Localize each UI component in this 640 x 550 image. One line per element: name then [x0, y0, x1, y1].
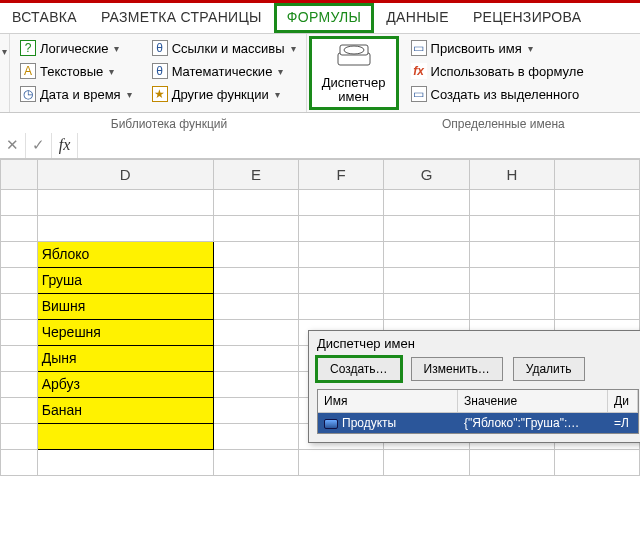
btn-math[interactable]: θМатематические▾	[148, 61, 300, 81]
lookup-icon: θ	[152, 40, 168, 56]
dialog-list-row[interactable]: Продукты {"Яблоко":"Груша":… =Л	[318, 413, 638, 433]
btn-define-name[interactable]: ▭Присвоить имя▾	[407, 38, 588, 58]
btn-logical[interactable]: ?Логические▾	[16, 38, 136, 58]
name-item-icon	[324, 419, 338, 429]
row-d: =Л	[608, 413, 638, 433]
btn-datetime-label: Дата и время	[40, 87, 121, 102]
row-value: {"Яблоко":"Груша":…	[458, 413, 608, 433]
tab-data[interactable]: ДАННЫЕ	[374, 3, 461, 33]
chevron-down-icon[interactable]: ▾	[2, 46, 7, 57]
cell-D-fruit[interactable]: Вишня	[37, 293, 213, 319]
chevron-down-icon: ▾	[127, 89, 132, 100]
row-name: Продукты	[342, 416, 396, 430]
more-icon: ★	[152, 86, 168, 102]
col-header-F[interactable]: F	[299, 159, 384, 189]
btn-more-label: Другие функции	[172, 87, 269, 102]
clock-icon: ◷	[20, 86, 36, 102]
cell-D-fruit[interactable]: Арбуз	[37, 371, 213, 397]
col-name[interactable]: Имя	[318, 390, 458, 412]
dialog-edit-button[interactable]: Изменить…	[411, 357, 503, 381]
chevron-down-icon: ▾	[278, 66, 283, 77]
btn-text[interactable]: AТекстовые▾	[16, 61, 136, 81]
dialog-title: Диспетчер имен	[309, 331, 640, 357]
chevron-down-icon: ▾	[528, 43, 533, 54]
text-icon: A	[20, 63, 36, 79]
cell-D-fruit[interactable]: Яблоко	[37, 241, 213, 267]
col-value[interactable]: Значение	[458, 390, 608, 412]
btn-more-functions[interactable]: ★Другие функции▾	[148, 84, 300, 104]
tab-review[interactable]: РЕЦЕНЗИРОВА	[461, 3, 593, 33]
cell-D-fruit[interactable]: Черешня	[37, 319, 213, 345]
btn-name-manager-label: Диспетчер имен	[314, 76, 394, 105]
chevron-down-icon: ▾	[275, 89, 280, 100]
col-header-blank[interactable]	[1, 159, 38, 189]
formula-confirm-button[interactable]: ✓	[26, 133, 52, 158]
formula-input[interactable]	[78, 133, 640, 158]
col-header-E[interactable]: E	[213, 159, 298, 189]
dialog-create-button[interactable]: Создать…	[317, 357, 401, 381]
chevron-down-icon: ▾	[114, 43, 119, 54]
column-headers: D E F G H	[1, 159, 640, 189]
formula-bar: ✕ ✓ fx	[0, 133, 640, 159]
name-manager-dialog: Диспетчер имен Создать… Изменить… Удалит…	[308, 330, 640, 443]
btn-text-label: Текстовые	[40, 64, 103, 79]
name-manager-icon	[337, 43, 371, 74]
col-header-D[interactable]: D	[37, 159, 213, 189]
tab-insert[interactable]: ВСТАВКА	[0, 3, 89, 33]
group-label-library: Библиотека функций	[0, 113, 338, 133]
insert-function-button[interactable]: fx	[52, 133, 78, 158]
btn-logical-label: Логические	[40, 41, 108, 56]
dialog-buttons: Создать… Изменить… Удалить	[309, 357, 640, 389]
tab-page-layout[interactable]: РАЗМЕТКА СТРАНИЦЫ	[89, 3, 274, 33]
tag-icon: ▭	[411, 40, 427, 56]
group-defined-names: ▭Присвоить имя▾ fxИспользовать в формуле…	[401, 34, 594, 112]
cell-D-empty[interactable]	[37, 423, 213, 449]
col-header-H[interactable]: H	[469, 159, 554, 189]
ribbon-tabs: ВСТАВКА РАЗМЕТКА СТРАНИЦЫ ФОРМУЛЫ ДАННЫЕ…	[0, 0, 640, 34]
col-header-extra[interactable]	[555, 159, 640, 189]
group-function-library: ?Логические▾ AТекстовые▾ ◷Дата и время▾ …	[10, 34, 307, 112]
btn-create-from-selection[interactable]: ▭Создать из выделенного	[407, 84, 588, 104]
btn-use-in-formula[interactable]: fxИспользовать в формуле	[407, 61, 588, 81]
dialog-names-list: Имя Значение Ди Продукты {"Яблоко":"Груш…	[317, 389, 639, 434]
cell-D-fruit[interactable]: Груша	[37, 267, 213, 293]
col-header-G[interactable]: G	[384, 159, 469, 189]
formula-cancel-button[interactable]: ✕	[0, 133, 26, 158]
btn-define-name-label: Присвоить имя	[431, 41, 522, 56]
chevron-down-icon: ▾	[109, 66, 114, 77]
question-icon: ?	[20, 40, 36, 56]
dialog-delete-button[interactable]: Удалить	[513, 357, 585, 381]
fx-icon: fx	[411, 63, 427, 79]
btn-lookup[interactable]: θСсылки и массивы▾	[148, 38, 300, 58]
cell-D-fruit[interactable]: Дыня	[37, 345, 213, 371]
btn-datetime[interactable]: ◷Дата и время▾	[16, 84, 136, 104]
dialog-list-header: Имя Значение Ди	[318, 390, 638, 413]
ribbon-body: ▾ ?Логические▾ AТекстовые▾ ◷Дата и время…	[0, 34, 640, 113]
btn-math-label: Математические	[172, 64, 273, 79]
col-d[interactable]: Ди	[608, 390, 638, 412]
btn-create-label: Создать из выделенного	[431, 87, 580, 102]
tab-formulas[interactable]: ФОРМУЛЫ	[274, 3, 375, 33]
selection-icon: ▭	[411, 86, 427, 102]
btn-name-manager[interactable]: Диспетчер имен	[309, 36, 399, 110]
btn-lookup-label: Ссылки и массивы	[172, 41, 285, 56]
theta-icon: θ	[152, 63, 168, 79]
cell-D-fruit[interactable]: Банан	[37, 397, 213, 423]
group-label-defined: Определенные имена	[434, 113, 640, 133]
chevron-down-icon: ▾	[291, 43, 296, 54]
btn-use-label: Использовать в формуле	[431, 64, 584, 79]
